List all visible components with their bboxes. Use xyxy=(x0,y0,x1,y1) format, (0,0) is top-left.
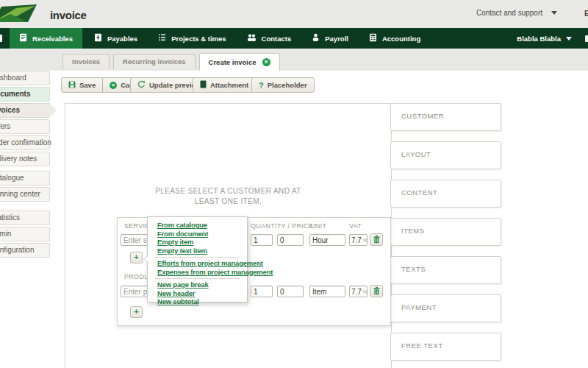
logo-envelope-icon xyxy=(0,4,49,26)
menu-item-new-header[interactable]: New header xyxy=(157,290,247,298)
contact-support-menu[interactable]: Contact and support xyxy=(476,9,557,17)
column-unit: UNIT xyxy=(310,222,326,230)
attachment-icon xyxy=(200,80,207,90)
menu-divider xyxy=(155,257,240,258)
sidebar-item-label: Invoices xyxy=(0,106,20,114)
service-vat-field[interactable]: 7.7 % xyxy=(349,234,368,246)
nav-clipped-right-item[interactable] xyxy=(585,35,588,42)
sidebar-item-documents[interactable]: Documents xyxy=(0,87,50,102)
accordion-free-text[interactable]: FREE TEXT xyxy=(390,333,501,361)
sidebar-item-delivery-notes[interactable]: Delivery notes xyxy=(0,152,50,166)
question-icon: ? xyxy=(259,81,264,90)
product-price-input[interactable] xyxy=(277,286,304,297)
nav-item-label: Contacts xyxy=(262,35,292,43)
accordion-layout[interactable]: LAYOUT xyxy=(390,141,501,169)
accordion-texts[interactable]: TEXTS xyxy=(390,256,501,284)
payables-icon xyxy=(94,33,102,43)
menu-item-new-subtotal[interactable]: New subtotal xyxy=(157,298,247,306)
contacts-icon xyxy=(247,33,257,43)
sidebar-item-catalogue[interactable]: Catalogue xyxy=(0,171,50,185)
empty-preview-message: PLEASE SELECT A CUSTOMER AND AT LEAST ON… xyxy=(65,186,391,207)
sidebar-item-statistics[interactable]: Statistics xyxy=(0,210,50,225)
sidebar-item-invoices[interactable]: Invoices xyxy=(0,103,50,118)
contact-support-label: Contact and support xyxy=(476,9,542,17)
column-quantity-price: QUANTITY / PRICE xyxy=(251,222,313,230)
sidebar-item-label: Dashboard xyxy=(0,74,26,82)
accordion-label: TEXTS xyxy=(391,257,501,273)
accordion-customer[interactable]: CUSTOMER xyxy=(390,103,501,131)
service-quantity-input[interactable] xyxy=(251,234,273,246)
menu-item-empty-text-item[interactable]: Empty text item xyxy=(157,247,247,255)
app-logo: invoice xyxy=(0,4,87,26)
receivables-icon xyxy=(19,33,27,43)
nav-item-projects-times[interactable]: Projects & times xyxy=(149,28,234,49)
logo-text: invoice xyxy=(50,9,87,21)
accordion-label: CONTENT xyxy=(391,180,501,197)
add-service-item-button[interactable]: + xyxy=(130,252,143,263)
service-unit-input[interactable] xyxy=(309,234,345,246)
cancel-icon: × xyxy=(110,82,117,89)
nav-clipped-item[interactable] xyxy=(0,28,4,49)
nav-item-label: Projects & times xyxy=(171,35,226,43)
tab-close-icon[interactable]: × xyxy=(262,58,270,66)
sidebar-item-dashboard[interactable]: Dashboard xyxy=(0,71,50,85)
tab-invoices[interactable]: Invoices xyxy=(62,54,110,69)
add-item-menu: From catalogue From document Empty item … xyxy=(147,216,248,302)
save-label: Save xyxy=(79,81,96,89)
service-price-input[interactable] xyxy=(277,234,304,246)
nav-item-contacts[interactable]: Contacts xyxy=(238,28,301,49)
save-button[interactable]: Save xyxy=(61,77,103,93)
product-delete-button[interactable] xyxy=(370,285,383,297)
accordion-label: CUSTOMER xyxy=(391,104,501,120)
trash-icon xyxy=(373,233,381,247)
product-quantity-input[interactable] xyxy=(251,286,273,297)
language-selector[interactable]: EN xyxy=(584,10,588,18)
percent-sign: % xyxy=(362,289,368,295)
menu-item-empty-item[interactable]: Empty item xyxy=(157,238,247,247)
sidebar-item-admin[interactable]: Admin xyxy=(0,227,50,241)
sidebar-item-label: Statistics xyxy=(0,213,20,222)
settings-accordion: CUSTOMER LAYOUT CONTENT ITEMS TEXTS PAYM… xyxy=(390,103,501,368)
placeholder-button[interactable]: ? Placeholder xyxy=(251,77,315,93)
sidebar-item-dunning-center[interactable]: Dunning center xyxy=(0,187,50,202)
nav-item-payroll[interactable]: Payroll xyxy=(303,28,357,49)
product-unit-input[interactable] xyxy=(309,286,345,297)
accordion-label: ITEMS xyxy=(391,219,501,235)
service-delete-button[interactable] xyxy=(370,233,383,246)
nav-item-accounting[interactable]: Accounting xyxy=(360,28,429,49)
nav-item-receivables[interactable]: Receivables xyxy=(10,28,82,49)
sidebar-item-label: Dunning center xyxy=(0,190,40,198)
sidebar-item-label: Delivery notes xyxy=(0,155,37,163)
sidebar-item-label: Order confirmation xyxy=(0,138,51,146)
sidebar-item-configuration[interactable]: Configuration xyxy=(0,243,50,258)
side-nav: Dashboard Documents Invoices Offers Orde… xyxy=(0,71,59,259)
accordion-items[interactable]: ITEMS xyxy=(390,218,501,246)
menu-item-from-catalogue[interactable]: From catalogue xyxy=(157,222,247,230)
sidebar-item-order-confirmation[interactable]: Order confirmation xyxy=(0,135,50,150)
sidebar-item-label: Configuration xyxy=(0,246,34,254)
user-menu[interactable]: Blabla Blabla xyxy=(517,28,572,49)
nav-item-payables[interactable]: Payables xyxy=(85,28,146,49)
payroll-icon xyxy=(312,33,320,43)
save-icon xyxy=(68,81,76,90)
projects-times-icon xyxy=(158,33,166,43)
menu-item-efforts-from-pm[interactable]: Efforts from project management xyxy=(157,260,247,268)
menu-divider xyxy=(155,278,240,279)
accordion-content[interactable]: CONTENT xyxy=(390,180,501,208)
product-vat-field[interactable]: 7.7 % xyxy=(349,286,368,297)
tab-label: Invoices xyxy=(72,57,100,66)
tab-recurring-invoices[interactable]: Recurring invoices xyxy=(113,54,196,69)
tab-create-invoice[interactable]: Create invoice × xyxy=(199,53,280,71)
add-product-item-button[interactable]: + xyxy=(130,306,143,318)
tab-label: Recurring invoices xyxy=(123,57,186,66)
accordion-label: FREE TEXT xyxy=(391,333,501,350)
accordion-payment[interactable]: PAYMENT xyxy=(390,294,501,322)
sidebar-item-label: Offers xyxy=(0,122,10,130)
menu-item-new-page-break[interactable]: New page break xyxy=(157,281,247,289)
sidebar-item-label: Documents xyxy=(0,90,30,98)
app-window: invoice Contact and support EN Receivabl… xyxy=(0,0,588,368)
menu-item-expenses-from-pm[interactable]: Expenses from project management xyxy=(157,269,247,277)
empty-preview-line1: PLEASE SELECT A CUSTOMER AND AT xyxy=(65,186,391,197)
menu-item-from-document[interactable]: From document xyxy=(157,230,247,238)
sidebar-item-offers[interactable]: Offers xyxy=(0,119,50,134)
